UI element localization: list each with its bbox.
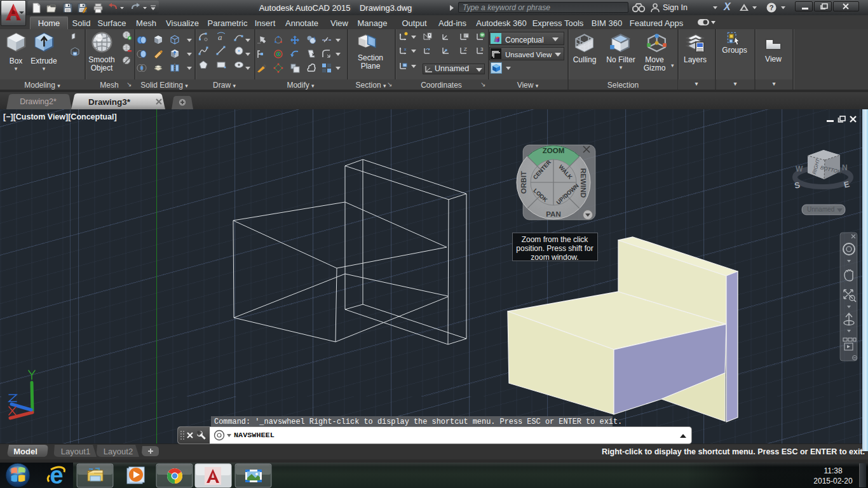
svg-text:Z: Z bbox=[464, 46, 467, 52]
svg-text:ORBIT: ORBIT bbox=[520, 171, 527, 194]
svg-text:Unnamed: Unnamed bbox=[807, 206, 834, 213]
svg-text:a: a bbox=[218, 32, 222, 42]
svg-text:Model: Model bbox=[13, 447, 37, 456]
svg-text:Drawing3*: Drawing3* bbox=[88, 97, 131, 107]
svg-text:Layout1: Layout1 bbox=[61, 447, 90, 456]
svg-text:PAN: PAN bbox=[546, 210, 560, 218]
svg-text:?: ? bbox=[770, 4, 774, 11]
svg-text:W: W bbox=[796, 165, 803, 173]
svg-text:3: 3 bbox=[480, 46, 484, 52]
svg-text:Drawing2*: Drawing2* bbox=[20, 97, 57, 106]
svg-text:x: x bbox=[404, 47, 407, 51]
svg-text:ZOOM: ZOOM bbox=[543, 147, 565, 154]
svg-text:Layout2: Layout2 bbox=[104, 447, 133, 456]
svg-text:REWIND: REWIND bbox=[580, 168, 587, 198]
svg-text:N: N bbox=[842, 163, 848, 172]
